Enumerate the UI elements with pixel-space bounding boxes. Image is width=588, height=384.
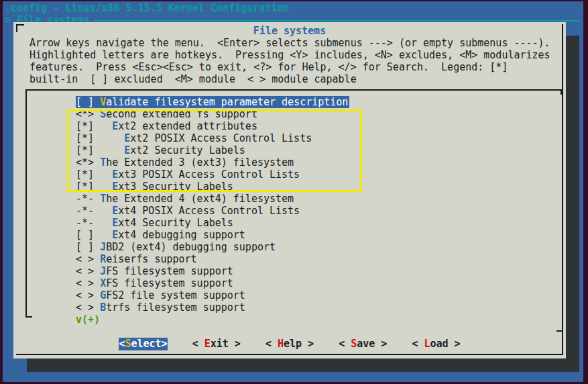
menu-item[interactable]: < > Btrfs filesystem support: [76, 301, 349, 314]
menu-item[interactable]: [ ] Validate filesystem parameter descri…: [76, 96, 349, 108]
menu-item[interactable]: [ ] Ext4 debugging support: [76, 229, 349, 241]
menu-item[interactable]: -*- Ext4 Security Labels: [76, 217, 349, 229]
menu-more-indicator[interactable]: v(+): [76, 314, 349, 326]
save-button[interactable]: < Save >: [339, 338, 387, 350]
dialog-border-right: [562, 24, 563, 355]
select-button[interactable]: <Select>: [119, 338, 167, 350]
menuconfig-terminal: .config - Linux/x86 5.15.5 Kernel Config…: [0, 0, 588, 384]
menu-item[interactable]: < > Reiserfs support: [76, 253, 349, 265]
menubox-border-top: [25, 89, 562, 91]
dialog-separator-tick: [556, 330, 562, 332]
menu-item[interactable]: -*- The Extended 4 (ext4) filesystem: [76, 193, 349, 205]
menubox-border-tick-tr: [561, 89, 562, 95]
menubox-border-stub-bl: [25, 316, 32, 318]
menu-item[interactable]: < > XFS filesystem support: [76, 277, 349, 289]
terminal-screen: .config - Linux/x86 5.15.5 Kernel Config…: [3, 1, 583, 382]
button-row: <Select>< Exit >< Help >< Save >< Load >: [13, 338, 566, 350]
menu-item[interactable]: < > GFS2 file system support: [76, 289, 349, 301]
breadcrumb-rule: [94, 20, 580, 21]
help-button[interactable]: < Help >: [266, 338, 314, 350]
dialog-border-bottom: [16, 354, 563, 355]
load-button[interactable]: < Load >: [412, 338, 460, 350]
kernel-config-title: .config - Linux/x86 5.15.5 Kernel Config…: [5, 2, 289, 14]
annotation-highlight-box: [67, 109, 362, 192]
exit-button[interactable]: < Exit >: [192, 338, 241, 350]
menu-item[interactable]: [ ] JBD2 (ext4) debugging support: [76, 241, 349, 253]
menu-item[interactable]: -*- Ext4 POSIX Access Control Lists: [76, 205, 349, 217]
menubox-border-left: [25, 89, 27, 318]
dialog-title: File systems: [13, 25, 566, 37]
dialog-instructions: Arrow keys navigate the menu. <Enter> se…: [30, 37, 550, 85]
menu-item[interactable]: < > JFS filesystem support: [76, 265, 349, 277]
